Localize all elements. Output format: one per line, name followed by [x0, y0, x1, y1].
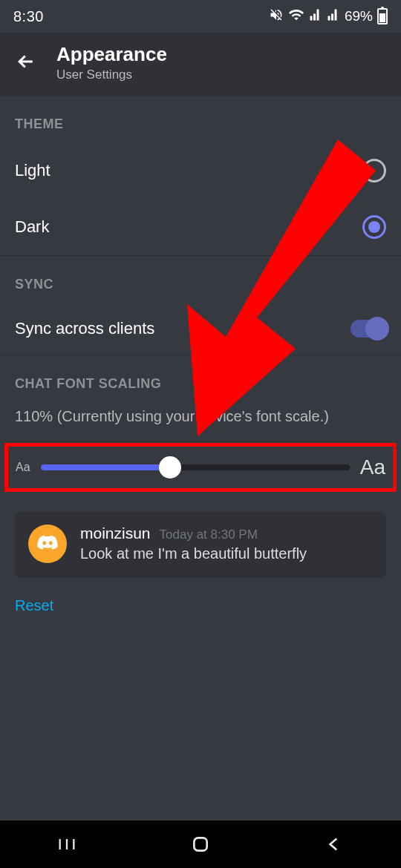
signal-icon-1 — [309, 8, 322, 25]
slider-thumb[interactable] — [159, 456, 181, 479]
preview-message: Look at me I'm a beautiful butterfly — [80, 545, 307, 562]
app-header: Appearance User Settings — [0, 33, 401, 96]
status-time: 8:30 — [13, 8, 44, 25]
theme-dark-label: Dark — [15, 217, 49, 237]
discord-logo-icon — [36, 533, 59, 555]
svg-rect-4 — [194, 838, 206, 850]
nav-recents-button[interactable] — [37, 834, 97, 855]
annotation-highlight-box: Aa Aa — [4, 443, 397, 492]
preview-username: moinzisun — [80, 525, 151, 542]
sync-label: Sync across clients — [15, 319, 154, 338]
font-size-large-label: Aa — [360, 456, 385, 479]
wifi-icon — [288, 7, 304, 27]
status-bar: 8:30 69% — [0, 0, 401, 33]
theme-light-label: Light — [15, 161, 50, 180]
font-scale-slider[interactable] — [41, 464, 350, 470]
section-theme-label: THEME — [0, 96, 401, 142]
sync-toggle[interactable] — [351, 320, 386, 338]
page-subtitle: User Settings — [56, 68, 167, 82]
status-indicators: 69% — [269, 7, 388, 27]
battery-icon — [377, 8, 388, 24]
android-nav-bar — [0, 821, 401, 868]
message-preview: moinzisun Today at 8:30 PM Look at me I'… — [15, 511, 386, 578]
slider-fill — [41, 464, 171, 470]
battery-percentage: 69% — [345, 8, 373, 24]
preview-timestamp: Today at 8:30 PM — [160, 527, 258, 542]
reset-button[interactable]: Reset — [0, 578, 401, 634]
radio-unselected-icon — [362, 159, 386, 183]
theme-option-dark[interactable]: Dark — [0, 199, 401, 255]
theme-option-light[interactable]: Light — [0, 142, 401, 199]
page-title: Appearance — [56, 43, 167, 66]
mute-icon — [269, 7, 284, 26]
section-scaling-label: CHAT FONT SCALING — [0, 355, 401, 402]
font-size-small-label: Aa — [16, 461, 30, 474]
nav-back-button[interactable] — [304, 835, 364, 854]
avatar — [28, 525, 67, 563]
signal-icon-2 — [327, 8, 340, 25]
radio-selected-icon — [362, 215, 386, 239]
nav-home-button[interactable] — [171, 835, 230, 854]
scaling-description: 110% (Currently using your device's font… — [0, 402, 401, 443]
section-sync-label: SYNC — [0, 256, 401, 303]
sync-row[interactable]: Sync across clients — [0, 303, 401, 355]
back-icon[interactable] — [15, 50, 37, 76]
